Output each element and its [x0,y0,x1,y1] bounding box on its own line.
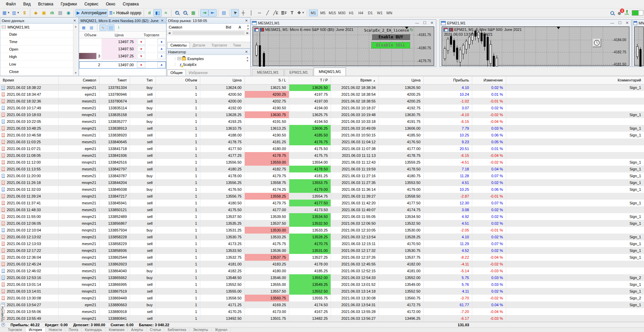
scroll-track[interactable] [172,31,244,35]
timeframe-m1-button[interactable]: M1 [309,10,318,16]
toolbox-tab-эксперты[interactable]: Эксперты [190,328,211,332]
candles-chart-button[interactable]: ▮▯ [153,9,162,17]
buy-arrow-button[interactable]: ∧ [158,62,166,68]
buy-arrow-button[interactable]: ∧ [158,53,166,59]
text-tool-button[interactable]: T [288,9,296,17]
data-window-symbol-row[interactable]: MNQM21,M1 [0,24,78,31]
close-icon[interactable]: ✕ [244,18,249,23]
menu-item-1[interactable]: Вид [20,0,35,8]
horizontal-line-button[interactable]: ─ [255,9,263,17]
sell-arrow-button[interactable]: ∨ [137,46,145,52]
history-row[interactable]: 2021.06.03 12:06:05mnqm21133856867sell11… [0,220,644,227]
news-button[interactable]: ◉ [64,9,72,17]
new-chart-button[interactable]: ▦▼ [1,9,11,17]
history-row[interactable]: 2021.06.03 13:55:06mesm21133880918sell14… [0,308,644,315]
toolbox-tab-компания[interactable]: Компания [106,328,128,332]
history-col-8[interactable]: Время▲ [331,76,379,84]
crosshair-button[interactable]: ┼ [239,9,247,17]
history-col-1[interactable]: Символ [58,76,99,84]
maximize-icon[interactable]: ☐ [618,21,622,25]
navigator-title-bar[interactable]: Навигатор ✕ [167,49,250,55]
history-col-5[interactable]: Цена [200,76,244,84]
history-row[interactable]: 2021.06.03 12:13:03mesm21133858229sell14… [0,240,644,247]
menu-item-6[interactable]: Справка [119,0,143,8]
history-col-10[interactable]: Прибыль [423,76,472,84]
data-window-scrollbar[interactable]: ▲ ▼ [73,24,78,75]
history-row[interactable]: 2021.06.03 11:48:33mesm21133850121sell14… [0,206,644,213]
toolbox-tab-журнал[interactable]: Журнал [212,328,231,332]
history-col-0[interactable]: Время [0,76,58,84]
marketplace-button[interactable]: ▣ [40,9,48,17]
nav-tab-Общие[interactable]: Общие [167,70,186,76]
history-row[interactable]: 2021.06.03 10:17:49mesm21133835114buy141… [0,105,644,111]
scroll-down-icon[interactable]: ▼ [245,59,250,62]
shapes-button[interactable]: ❖▼ [296,9,306,17]
depth-row[interactable]: 313497.25∨∧ [79,53,166,60]
vertical-line-button[interactable]: │ [247,9,255,17]
window-title-bar[interactable]: MESM21,M1 — ☐ ✕ [251,20,436,26]
history-col-12[interactable]: Комментарий [506,76,644,84]
history-row[interactable]: 2021.06.03 11:39:24mnqm21133847217sell11… [0,193,644,200]
depth-dom-button[interactable]: ▯▯ [107,24,114,31]
toolbox-tab-календарь[interactable]: Календарь [82,328,105,332]
nav-tab-Избранное[interactable]: Избранное [186,70,211,76]
chart-area-clipped[interactable] [634,26,644,66]
timeframe-d1-button[interactable]: D1 [366,10,375,16]
history-row[interactable]: 2021.06.03 10:18:03mnqm21133835158sell11… [0,111,644,118]
depth-ticks-button[interactable]: ⌇ [115,24,122,31]
history-col-11[interactable]: Изменение [472,76,506,84]
market-windows-button[interactable]: $ [20,9,29,17]
toolbox-tab-история[interactable]: История [26,328,45,332]
zoom-out-button[interactable]: − [181,9,189,17]
timeframe-w1-button[interactable]: W1 [375,10,384,16]
history-col-4[interactable]: Объем [155,76,200,84]
depth-icon[interactable] [260,28,264,32]
line-chart-button[interactable]: ≈ [162,9,170,17]
window-title-bar[interactable]: EPM21,M1 — ☐ ✕ [440,20,631,26]
history-row[interactable]: 2021.06.03 11:12:00mnqm21133842516sell11… [0,159,644,166]
history-row[interactable]: 2021.06.03 12:53:16mnqm21133865662buy113… [0,274,644,281]
sell-arrow-button[interactable]: ∨ [137,53,145,59]
close-icon[interactable]: ✕ [160,18,165,23]
depth-time-sales-button[interactable]: ▥ [88,24,95,31]
level-up-icon[interactable]: ⬆LVL [625,10,629,16]
trendline-button[interactable]: ╱ [263,9,272,17]
history-col-2[interactable]: Тикет [99,76,130,84]
chart-tab-epm21m1[interactable]: EPM21,M1 [284,69,313,76]
scroll-down-icon[interactable]: ▼ [73,71,78,75]
history-row[interactable]: 2021.06.03 12:13:02mnqm21133858228sell11… [0,234,644,240]
ea-smiley-icon[interactable]: ↻ [410,27,415,32]
toolbox-tab-торговля[interactable]: Торговля [5,328,25,332]
history-row[interactable]: 2021.06.03 13:14:01mnqm21133867519sell11… [0,288,644,295]
timeframe-m5-button[interactable]: M5 [318,10,327,16]
navigator-item-examples[interactable]: ┊+Examples [173,56,250,61]
enable-buy-button[interactable]: Enable BUY [371,34,410,40]
depth-chart-mode-button[interactable]: ▦ [80,24,87,31]
data-window-title-bar[interactable]: Окно данных ✕ [0,18,78,24]
minimize-icon[interactable]: — [415,21,419,25]
depth-row[interactable]: 13497.50∨∧ [79,45,166,53]
navigator-scrollbar[interactable]: ▲ ▼ [245,56,250,62]
one-click-trading-icon[interactable] [443,28,448,32]
history-row[interactable]: 2021.06.02 18:32:36mesm21133780674sell14… [0,98,644,105]
history-col-9[interactable]: Цена [379,76,423,84]
account-icon[interactable]: ☻1 [617,10,622,16]
history-row[interactable]: 2021.06.03 11:26:18mnqm21133844204sell11… [0,179,644,186]
history-row[interactable]: 2021.06.03 11:08:05mesm21133841936sell14… [0,152,644,159]
close-icon[interactable]: ✕ [430,21,434,25]
timeframe-m15-button[interactable]: M15 [328,10,337,16]
scroll-up-icon[interactable]: ▲ [73,25,78,28]
bars-chart-button[interactable]: ıl [145,9,153,17]
history-row[interactable]: 2021.06.03 10:46:58mesm21133838920sell14… [0,132,644,139]
menu-item-2[interactable]: Вставка [34,0,57,8]
close-icon[interactable]: ✕ [626,21,629,25]
history-row[interactable]: 2021.06.03 11:20:00mesm21133843787buy141… [0,172,644,179]
timeframe-h4-button[interactable]: H4 [356,10,365,16]
menu-item-5[interactable]: Окно [102,0,119,8]
clock-button[interactable] [592,38,601,47]
menu-item-0[interactable]: Файл [2,0,20,8]
depth-orders-button[interactable]: ∿ [99,24,107,31]
mw-tab-Детали[interactable]: Детали [190,42,208,48]
history-row[interactable]: 2021.06.03 11:32:03mesm21133845038buy141… [0,186,644,193]
history-row[interactable]: 2021.06.03 12:36:04mnqm21133862544sell11… [0,254,644,261]
